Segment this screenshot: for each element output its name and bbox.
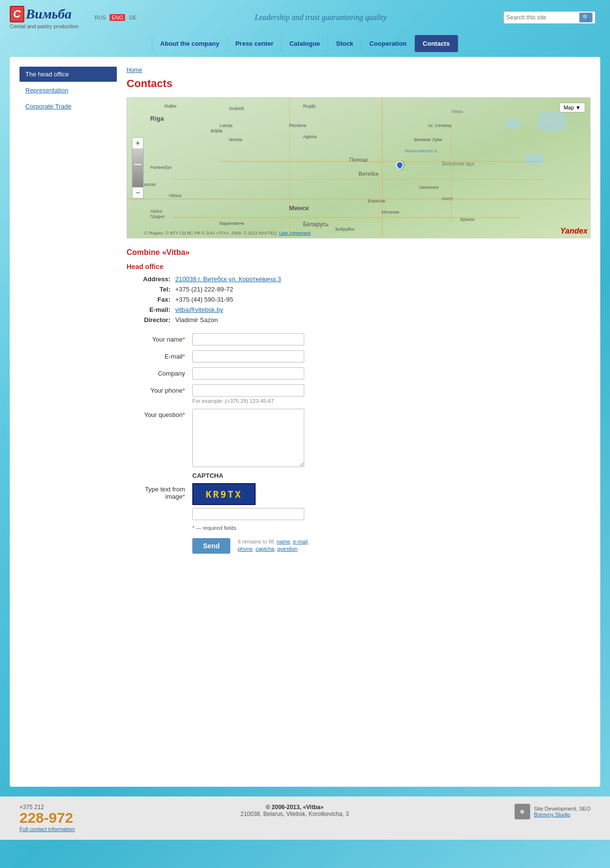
name-input[interactable] (192, 333, 304, 345)
fill-name-link[interactable]: name (277, 539, 290, 544)
fill-question-link[interactable]: question (277, 546, 298, 552)
footer-middle: © 2006-2013, «Vitba» 210038, Belarus, Vi… (240, 804, 349, 817)
phone-input-area: For example: (+375 29) 123-45-67 (192, 384, 304, 404)
phone-input[interactable] (192, 384, 304, 397)
map-city-riga: Riga (150, 115, 164, 122)
nav-cooperation[interactable]: Cooperation (362, 35, 415, 52)
map-city-ikskile: Ikšķile (210, 128, 222, 133)
header: С Вимьба Cereal and pastry production RU… (0, 0, 610, 35)
lang-tagline-row: RUS ENG DE Leadership and trust guarante… (93, 11, 600, 24)
map-type-button[interactable]: Map ▼ (559, 103, 585, 112)
tel-value: +375 (21) 222-89-72 (175, 286, 233, 293)
director-label: Director: (127, 316, 170, 324)
company-input[interactable] (192, 367, 304, 380)
fill-phone-link[interactable]: phone (238, 546, 253, 552)
footer-right: ⚙ Site Development, SEO Borovoy Studio (515, 804, 591, 819)
user-agreement-link[interactable]: User Agreement (279, 231, 311, 235)
info-row-email: E-mail: vitba@vitebsk.by (127, 306, 591, 313)
captcha-section: CAPTCHA Type text from image* KR9TX (127, 472, 591, 520)
form-phone-label: Your phone* (127, 384, 185, 394)
sidebar-item-head-office[interactable]: The head office (19, 67, 117, 82)
footer-contact-link[interactable]: Full contact information (19, 826, 75, 832)
question-textarea[interactable] (192, 409, 304, 467)
fill-captcha-link[interactable]: captcha (256, 546, 275, 552)
lang-links: RUS ENG DE (93, 14, 138, 21)
required-star-question: * (183, 411, 185, 418)
info-table: Address: 210038 г. Витебск ул. Короткеви… (127, 275, 591, 324)
form-name-label: Your name* (127, 333, 185, 343)
search-input[interactable] (506, 14, 579, 21)
fill-note: It remains to fill: name, e-mail, phone,… (238, 538, 311, 553)
form-row-captcha: Type text from image* KR9TX (127, 483, 591, 520)
info-row-address: Address: 210038 г. Витебск ул. Короткеви… (127, 275, 591, 283)
map-pin-head (394, 160, 405, 171)
map-city-panevezys: Panevežys (150, 165, 172, 170)
lang-ru[interactable]: RUS (93, 14, 107, 21)
footer-dev-link[interactable]: Borovoy Studio (534, 812, 571, 817)
captcha-col: KR9TX (192, 483, 304, 520)
content-layout: The head office Representation Corporate… (19, 67, 591, 554)
map-zoom: + − (132, 137, 144, 199)
nav-contacts[interactable]: Contacts (415, 35, 458, 52)
map-city-smolensk: Смоленск (419, 185, 439, 190)
map-city-vazuza: Вазузское вдх. (442, 161, 475, 166)
map-city-latvija: Latvija (220, 123, 232, 128)
captcha-input[interactable] (192, 508, 304, 520)
zoom-slider[interactable] (132, 148, 143, 187)
address-value[interactable]: 210038 г. Витебск ул. Короткевича 3 (175, 275, 281, 283)
logo-icon-box: С (10, 6, 24, 22)
footer-phone-main: 228-972 (19, 811, 75, 825)
map-city-rugaji: Rugāji (303, 104, 315, 108)
search-button[interactable]: 🔍 (579, 13, 592, 22)
breadcrumb[interactable]: Home (127, 67, 591, 73)
page-title: Contacts (127, 77, 591, 90)
sidebar-item-representation[interactable]: Representation (19, 83, 117, 98)
email-value[interactable]: vitba@vitebsk.by (175, 306, 223, 313)
nav-about[interactable]: About the company (152, 35, 227, 52)
tel-label: Tel: (127, 286, 170, 293)
address-label: Address: (127, 275, 170, 283)
right-content: Home Contacts (127, 67, 591, 554)
map-city-minsk: Минск (289, 204, 309, 212)
map-city-aglona: Aglona (303, 134, 316, 139)
send-button[interactable]: Send (192, 538, 230, 554)
form-row-company: Company (127, 367, 591, 380)
logo[interactable]: С Вимьба (10, 6, 72, 22)
map-city-nereta: Nereta (229, 137, 242, 142)
info-row-director: Director: Vladimir Sazon (127, 316, 591, 324)
fill-email-link[interactable]: e-mail (293, 539, 308, 544)
nav-stock[interactable]: Stock (328, 35, 361, 52)
lang-en[interactable]: ENG (110, 14, 125, 21)
map-city-vilnius: Vilnius (169, 193, 182, 198)
logo-area: С Вимьба Cereal and pastry production (10, 6, 78, 29)
form-row-question: Your question* (127, 409, 591, 467)
nav-catalogue[interactable]: Catalogue (281, 35, 328, 52)
footer-copyright: © 2006-2013, «Vitba» (240, 804, 349, 811)
map-container[interactable]: Staļbe Drabeši Rugāji Riga Latvija Ikšķi… (127, 97, 591, 238)
form-row-email: E-mail* (127, 350, 591, 362)
footer-phone-area: +375 212 228-972 Full contact informatio… (19, 804, 75, 832)
map-city-polotsk: Полоцк (349, 157, 368, 163)
map-pin (396, 161, 404, 171)
required-star-name: * (183, 336, 185, 343)
map-yandex-logo: Yandex (560, 227, 588, 235)
map-city-seligier: оз. Селигер (428, 123, 452, 128)
company-title: Combine «Vitba» (127, 248, 591, 257)
required-star-email: * (183, 353, 185, 360)
contact-form: Your name* E-mail* Company (127, 333, 591, 554)
nav-press[interactable]: Press center (227, 35, 281, 52)
email-input[interactable] (192, 350, 304, 362)
map-city-mogilev: Могилев (382, 210, 399, 215)
zoom-handle (133, 163, 142, 166)
zoom-out-button[interactable]: − (132, 187, 143, 198)
phone-hint: For example: (+375 29) 123-45-67 (192, 398, 304, 404)
map-city-bryansk: Брянск (461, 217, 475, 222)
map-city-vitebsk: Витебск (359, 171, 379, 177)
director-value: Vladimir Sazon (175, 316, 218, 324)
zoom-in-button[interactable]: + (132, 138, 143, 148)
lang-de[interactable]: DE (128, 14, 138, 21)
map-city-ivankovo: Иваньковское в (405, 148, 437, 153)
sidebar-item-corporate-trade[interactable]: Corporate Trade (19, 99, 117, 114)
send-row: Send It remains to fill: name, e-mail, p… (192, 538, 591, 554)
map-controls: Map ▼ (559, 103, 585, 112)
